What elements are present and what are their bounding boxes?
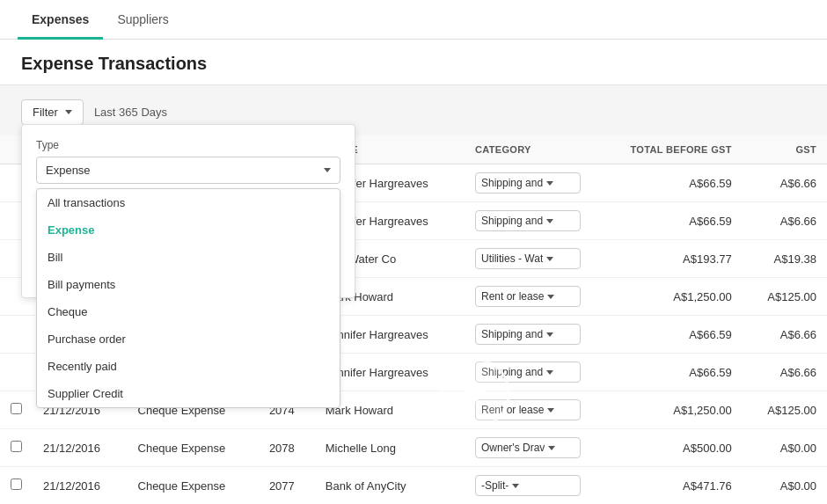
type-option-bill[interactable]: Bill — [37, 244, 340, 271]
row-checkbox-cell[interactable] — [0, 429, 33, 467]
row-gst: A$125.00 — [743, 278, 827, 316]
type-option-all[interactable]: All transactions — [37, 189, 340, 216]
tab-expenses[interactable]: Expenses — [18, 0, 103, 40]
category-chevron-icon — [546, 370, 553, 375]
type-option-cheque[interactable]: Cheque — [37, 298, 340, 325]
row-total: A$1,250.00 — [595, 278, 743, 316]
row-total: A$471.76 — [595, 467, 743, 505]
video-play-overlay[interactable] — [440, 358, 510, 428]
table-row: 21/12/2016 Cheque Expense 2078 Michelle … — [0, 429, 827, 467]
category-select[interactable]: Shipping and — [475, 172, 581, 194]
row-type: Cheque Expense — [128, 429, 259, 467]
tabs-bar: Expenses Suppliers — [0, 0, 827, 40]
category-select[interactable]: Utilities - Wat — [475, 248, 581, 269]
chevron-down-icon — [65, 110, 72, 114]
category-chevron-icon — [546, 219, 553, 223]
table-row: 21/12/2016 Cheque Expense 2077 Bank of A… — [0, 467, 827, 505]
row-total: A$500.00 — [595, 429, 743, 467]
main-content: Filter Last 365 Days Type Expense All tr… — [0, 85, 827, 504]
row-category: Shipping and — [465, 202, 595, 240]
play-icon — [465, 379, 490, 407]
filter-button[interactable]: Filter — [21, 99, 84, 125]
row-category: Shipping and — [465, 316, 595, 354]
row-category: -Split- — [465, 467, 595, 505]
type-option-purchase-order[interactable]: Purchase order — [37, 325, 340, 353]
row-gst: A$6.66 — [743, 316, 827, 354]
row-gst: A$19.38 — [743, 240, 827, 278]
row-total: A$66.59 — [595, 316, 743, 354]
row-checkbox-cell[interactable] — [0, 467, 33, 505]
row-total: A$66.59 — [595, 354, 743, 391]
row-total: A$66.59 — [595, 164, 743, 202]
row-payee: Bank of AnyCity — [315, 467, 465, 505]
row-total: A$193.77 — [595, 240, 743, 278]
col-category: CATEGORY — [465, 135, 595, 164]
category-chevron-icon — [546, 332, 553, 337]
category-chevron-icon — [512, 484, 519, 488]
category-select[interactable]: Shipping and — [475, 324, 581, 345]
row-gst: A$0.00 — [743, 467, 827, 505]
page-title: Expense Transactions — [21, 54, 806, 74]
type-select-display[interactable]: Expense — [36, 157, 340, 184]
row-gst: A$6.66 — [743, 354, 827, 391]
row-checkbox-cell[interactable] — [0, 391, 33, 429]
row-checkbox[interactable] — [11, 441, 22, 452]
row-gst: A$0.00 — [743, 429, 827, 467]
category-chevron-icon — [548, 446, 555, 450]
tab-suppliers[interactable]: Suppliers — [103, 0, 182, 40]
category-chevron-icon — [547, 408, 554, 413]
category-select[interactable]: Rent or lease — [475, 286, 581, 307]
row-category: Utilities - Wat — [465, 240, 595, 278]
category-select[interactable]: Shipping and — [475, 210, 581, 231]
row-category: Owner's Drav — [465, 429, 595, 467]
row-checkbox[interactable] — [11, 478, 22, 490]
type-chevron-icon — [324, 168, 331, 172]
filter-label: Filter — [33, 106, 58, 119]
col-gst: GST — [743, 135, 827, 164]
row-ref: 2078 — [259, 429, 315, 467]
page-header: Expense Transactions — [0, 40, 827, 85]
type-option-recently-paid[interactable]: Recently paid — [37, 353, 340, 380]
row-checkbox-cell — [0, 354, 33, 391]
row-type: Cheque Expense — [128, 467, 259, 505]
row-category: Rent or lease — [465, 278, 595, 316]
row-total: A$66.59 — [595, 202, 743, 240]
row-payee: Michelle Long — [315, 429, 465, 467]
category-select[interactable]: Owner's Drav — [475, 437, 581, 458]
row-checkbox[interactable] — [11, 403, 22, 414]
category-chevron-icon — [546, 181, 553, 186]
type-option-expense[interactable]: Expense — [37, 216, 340, 244]
type-dropdown-list: All transactions Expense Bill Bill payme… — [36, 188, 340, 408]
row-date: 21/12/2016 — [33, 429, 128, 467]
row-date: 21/12/2016 — [33, 467, 128, 505]
row-gst: A$6.66 — [743, 164, 827, 202]
type-field-label: Type — [36, 139, 340, 151]
type-selected-value: Expense — [46, 164, 91, 177]
date-range-label: Last 365 Days — [94, 106, 167, 119]
type-option-bill-payments[interactable]: Bill payments — [37, 271, 340, 298]
row-checkbox-cell — [0, 316, 33, 354]
type-select-wrapper: Expense All transactions Expense Bill Bi… — [36, 157, 340, 184]
row-category: Shipping and — [465, 164, 595, 202]
row-ref: 2077 — [259, 467, 315, 505]
col-total: TOTAL BEFORE GST — [595, 135, 743, 164]
category-chevron-icon — [546, 257, 553, 261]
category-select[interactable]: -Split- — [475, 475, 581, 496]
type-option-supplier-credit[interactable]: Supplier Credit — [37, 380, 340, 407]
filter-dropdown-panel: Type Expense All transactions Expense Bi… — [21, 124, 355, 298]
row-gst: A$125.00 — [743, 391, 827, 429]
category-chevron-icon — [547, 295, 554, 299]
row-gst: A$6.66 — [743, 202, 827, 240]
row-total: A$1,250.00 — [595, 391, 743, 429]
